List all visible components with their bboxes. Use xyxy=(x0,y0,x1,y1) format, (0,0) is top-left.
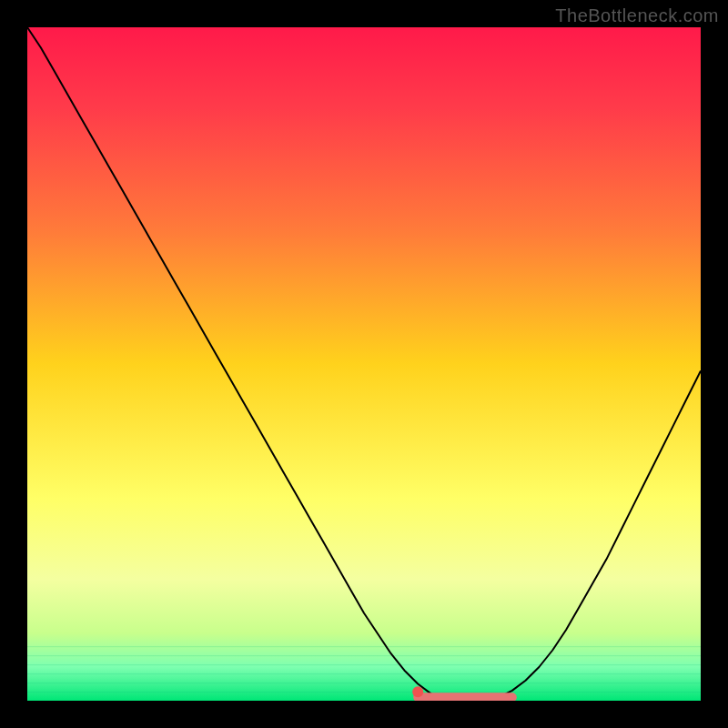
gradient-band-line xyxy=(27,655,701,656)
chart-container: TheBottleneck.com xyxy=(0,0,728,728)
gradient-band-line xyxy=(27,664,701,665)
attribution-text: TheBottleneck.com xyxy=(555,5,719,26)
gradient-background xyxy=(27,27,701,701)
chart-svg xyxy=(27,27,701,701)
gradient-band-line xyxy=(27,646,701,647)
gradient-band-line xyxy=(27,692,701,693)
gradient-band-line xyxy=(27,673,701,674)
optimal-point-dot xyxy=(412,686,423,697)
gradient-band-line xyxy=(27,682,701,683)
plot-area xyxy=(27,27,701,701)
